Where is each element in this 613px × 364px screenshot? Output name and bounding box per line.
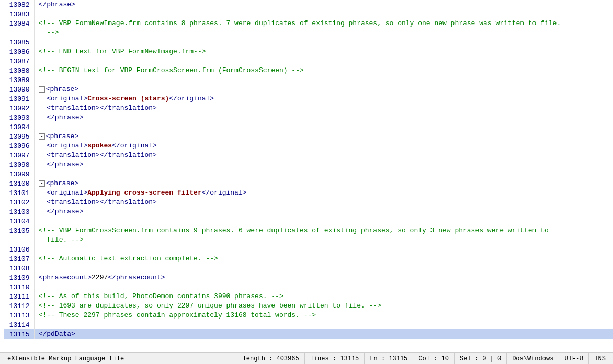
line-number: 13087 bbox=[4, 56, 34, 66]
code-cell: --> bbox=[34, 28, 613, 38]
code-cell: <!-- These 2297 phrases contain approxim… bbox=[34, 311, 613, 320]
line-number: 13107 bbox=[4, 254, 34, 264]
sel-section: Sel : 0 | 0 bbox=[455, 353, 507, 364]
line-number: 13083 bbox=[4, 9, 34, 19]
code-cell bbox=[34, 264, 613, 273]
line-number: 13100 bbox=[4, 179, 34, 188]
line-number bbox=[4, 28, 34, 38]
code-cell bbox=[34, 245, 613, 254]
table-row: 13098 </phrase> bbox=[4, 160, 613, 169]
col-section: Col : 10 bbox=[413, 353, 455, 364]
code-cell: -<phrase> bbox=[34, 132, 613, 141]
code-cell: <phrasecount>2297</phrasecount> bbox=[34, 273, 613, 282]
line-number: 13091 bbox=[4, 94, 34, 104]
ins-label: INS bbox=[594, 355, 606, 362]
line-number: 13109 bbox=[4, 273, 34, 282]
table-row: 13100-<phrase> bbox=[4, 179, 613, 188]
line-number: 13110 bbox=[4, 282, 34, 292]
table-row: 13107<!-- Automatic text extraction comp… bbox=[4, 254, 613, 264]
editor-area: 13082</phrase>1308313084<!-- VBP_FormNew… bbox=[0, 0, 613, 352]
table-row: 13102 <translation></translation> bbox=[4, 198, 613, 207]
table-row: 13096 <original>spokes</original> bbox=[4, 141, 613, 151]
line-number: 13086 bbox=[4, 47, 34, 56]
code-cell bbox=[34, 320, 613, 329]
table-row: 13095-<phrase> bbox=[4, 132, 613, 141]
code-cell bbox=[34, 122, 613, 132]
code-cell bbox=[34, 56, 613, 66]
table-row: 13089 bbox=[4, 75, 613, 85]
line-number: 13111 bbox=[4, 292, 34, 301]
line-number: 13113 bbox=[4, 311, 34, 320]
line-number: 13102 bbox=[4, 198, 34, 207]
line-number: 13094 bbox=[4, 122, 34, 132]
code-content[interactable]: 13082</phrase>1308313084<!-- VBP_FormNew… bbox=[0, 0, 613, 352]
file-type-section: eXtensible Markup Language file bbox=[2, 353, 237, 364]
table-row: 13110 bbox=[4, 282, 613, 292]
line-number: 13114 bbox=[4, 320, 34, 329]
code-cell: <original>Cross-screen (stars)</original… bbox=[34, 94, 613, 104]
code-cell: file. --> bbox=[34, 235, 613, 245]
table-row: 13111<!-- As of this build, PhotoDemon c… bbox=[4, 292, 613, 301]
line-number: 13095 bbox=[4, 132, 34, 141]
ln-section: Ln : 13115 bbox=[365, 353, 413, 364]
code-cell bbox=[34, 9, 613, 19]
sel-label: Sel : 0 | 0 bbox=[460, 355, 501, 362]
code-cell: </phrase> bbox=[34, 160, 613, 169]
table-row: 13082</phrase> bbox=[4, 0, 613, 9]
line-number: 13103 bbox=[4, 207, 34, 217]
line-number: 13112 bbox=[4, 301, 34, 311]
table-row: 13083 bbox=[4, 9, 613, 19]
line-number: 13104 bbox=[4, 217, 34, 226]
table-row: 13101 <original>Applying cross-screen fi… bbox=[4, 188, 613, 198]
table-row: 13090-<phrase> bbox=[4, 85, 613, 94]
code-cell: <translation></translation> bbox=[34, 198, 613, 207]
code-cell: </phrase> bbox=[34, 0, 613, 9]
line-number: 13096 bbox=[4, 141, 34, 151]
table-row: 13092 <translation></translation> bbox=[4, 104, 613, 113]
line-number: 13105 bbox=[4, 226, 34, 235]
code-lines: 13082</phrase>1308313084<!-- VBP_FormNew… bbox=[4, 0, 613, 339]
code-cell: <!-- END text for VBP_FormNewImage.frm--… bbox=[34, 47, 613, 56]
table-row: 13114 bbox=[4, 320, 613, 329]
code-cell: </phrase> bbox=[34, 113, 613, 122]
length-section: length : 403965 bbox=[237, 353, 305, 364]
encoding-section: UTF-8 bbox=[559, 353, 589, 364]
code-cell: -<phrase> bbox=[34, 179, 613, 188]
encoding-label: UTF-8 bbox=[564, 355, 583, 362]
table-row: 13099 bbox=[4, 169, 613, 179]
line-number: 13098 bbox=[4, 160, 34, 169]
line-number: 13088 bbox=[4, 66, 34, 75]
table-row: 13104 bbox=[4, 217, 613, 226]
line-number: 13099 bbox=[4, 169, 34, 179]
code-cell: <original>Applying cross-screen filter</… bbox=[34, 188, 613, 198]
table-row: 13085 bbox=[4, 38, 613, 47]
code-cell bbox=[34, 38, 613, 47]
code-cell: <translation></translation> bbox=[34, 151, 613, 160]
line-number: 13097 bbox=[4, 151, 34, 160]
table-row: 13097 <translation></translation> bbox=[4, 151, 613, 160]
line-number: 13106 bbox=[4, 245, 34, 254]
line-number: 13085 bbox=[4, 38, 34, 47]
code-cell: <!-- VBP_FormCrossScreen.frm contains 9 … bbox=[34, 226, 613, 235]
length-label: length : 403965 bbox=[243, 355, 299, 362]
line-number: 13108 bbox=[4, 264, 34, 273]
line-ending-label: Dos\Windows bbox=[512, 355, 553, 362]
code-cell: -<phrase> bbox=[34, 85, 613, 94]
table-row: 13084<!-- VBP_FormNewImage.frm contains … bbox=[4, 19, 613, 28]
line-number bbox=[4, 235, 34, 245]
line-number: 13101 bbox=[4, 188, 34, 198]
table-row: 13112<!-- 1693 are duplicates, so only 2… bbox=[4, 301, 613, 311]
line-ending-section: Dos\Windows bbox=[507, 353, 559, 364]
table-row: 13105<!-- VBP_FormCrossScreen.frm contai… bbox=[4, 226, 613, 235]
code-cell bbox=[34, 282, 613, 292]
code-cell bbox=[34, 75, 613, 85]
code-cell: <!-- 1693 are duplicates, so only 2297 u… bbox=[34, 301, 613, 311]
lines-label: lines : 13115 bbox=[310, 355, 359, 362]
table-row: 13094 bbox=[4, 122, 613, 132]
table-row: 13093 </phrase> bbox=[4, 113, 613, 122]
ins-section: INS bbox=[589, 353, 611, 364]
table-row: 13106 bbox=[4, 245, 613, 254]
col-label: Col : 10 bbox=[418, 355, 449, 362]
line-number: 13090 bbox=[4, 85, 34, 94]
line-number: 13089 bbox=[4, 75, 34, 85]
